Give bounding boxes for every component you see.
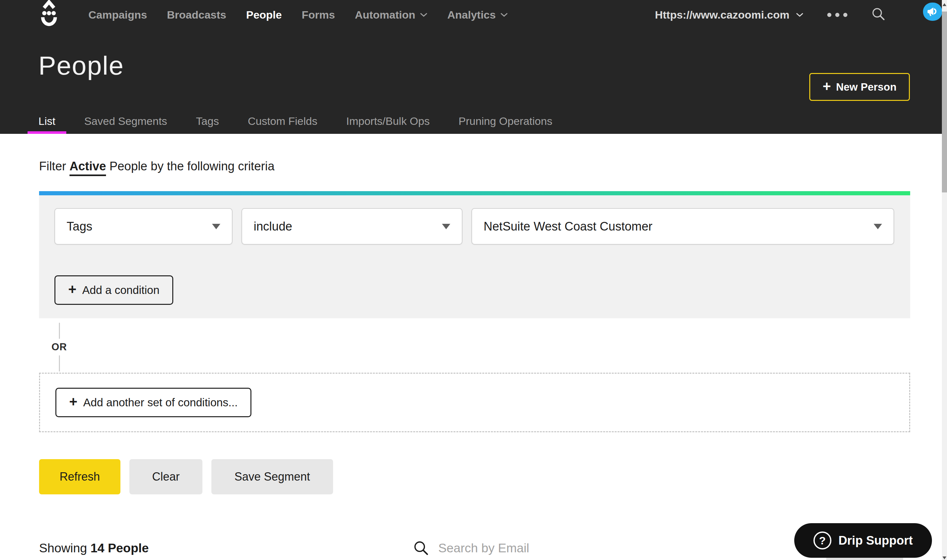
top-nav: Campaigns Broadcasts People Forms Automa… — [0, 0, 942, 29]
new-person-button[interactable]: + New Person — [809, 73, 910, 101]
page-title: People — [38, 51, 942, 81]
search-by-email-input[interactable] — [439, 541, 637, 555]
dropdown-caret-icon — [442, 224, 450, 229]
chevron-down-icon — [500, 12, 508, 17]
filter-sentence: Filter Active People by the following cr… — [39, 160, 947, 173]
add-condition-set-button[interactable]: + Add another set of conditions... — [55, 388, 251, 417]
field-dropdown[interactable]: Tags — [54, 208, 233, 245]
primary-nav: Campaigns Broadcasts People Forms Automa… — [88, 9, 508, 21]
more-menu-button[interactable] — [826, 9, 849, 20]
drip-logo-icon — [38, 0, 60, 29]
refresh-button[interactable]: Refresh — [39, 459, 120, 494]
app-header: Campaigns Broadcasts People Forms Automa… — [0, 0, 942, 134]
dropdown-caret-icon — [212, 224, 220, 229]
scrollbar-up-arrow[interactable] — [942, 3, 946, 6]
or-label: OR — [52, 341, 67, 353]
condition-row: Tags include NetSuite West Coast Custome… — [54, 208, 895, 245]
drip-logo[interactable] — [38, 0, 60, 28]
question-mark-icon: ? — [813, 531, 832, 549]
people-tabs: List Saved Segments Tags Custom Fields I… — [28, 108, 564, 134]
status-filter-dropdown[interactable]: Active — [69, 160, 106, 176]
results-summary: Showing 14 People — [39, 541, 149, 555]
search-icon — [871, 7, 886, 22]
tab-pruning-operations[interactable]: Pruning Operations — [448, 108, 564, 134]
scrollbar[interactable] — [942, 0, 947, 560]
nav-item-forms[interactable]: Forms — [302, 9, 335, 21]
plus-icon: + — [69, 395, 77, 409]
save-segment-button[interactable]: Save Segment — [211, 459, 333, 494]
panel-gradient-bar — [39, 191, 910, 195]
action-row: Refresh Clear Save Segment — [39, 459, 947, 494]
tab-imports-bulk-ops[interactable]: Imports/Bulk Ops — [335, 108, 441, 134]
operator-dropdown[interactable]: include — [242, 208, 462, 245]
plus-icon: + — [823, 79, 831, 94]
value-dropdown[interactable]: NetSuite West Coast Customer — [471, 208, 894, 245]
clear-button[interactable]: Clear — [129, 459, 202, 494]
search-button[interactable] — [871, 7, 886, 23]
nav-item-people[interactable]: People — [246, 9, 282, 21]
dropdown-caret-icon — [874, 224, 882, 229]
nav-item-analytics[interactable]: Analytics — [447, 9, 508, 21]
drip-support-button[interactable]: ? Drip Support — [794, 523, 932, 558]
tab-saved-segments[interactable]: Saved Segments — [73, 108, 178, 134]
nav-item-automation[interactable]: Automation — [355, 9, 428, 21]
plus-icon: + — [68, 282, 77, 297]
chevron-down-icon — [796, 12, 804, 17]
nav-right-cluster: Https://www.cazoomi.com — [655, 7, 886, 23]
search-icon — [413, 540, 430, 557]
add-condition-button[interactable]: + Add a condition — [54, 275, 173, 305]
tab-custom-fields[interactable]: Custom Fields — [237, 108, 328, 134]
scrollbar-thumb[interactable] — [942, 12, 947, 192]
scrollbar-down-arrow[interactable] — [942, 557, 946, 559]
tab-list[interactable]: List — [28, 108, 66, 134]
or-divider: OR — [48, 323, 71, 371]
tab-tags[interactable]: Tags — [185, 108, 230, 134]
chevron-down-icon — [420, 12, 428, 17]
nav-item-campaigns[interactable]: Campaigns — [88, 9, 147, 21]
email-search — [413, 540, 637, 557]
account-switcher[interactable]: Https://www.cazoomi.com — [655, 9, 804, 21]
condition-set-placeholder: + Add another set of conditions... — [39, 373, 910, 432]
ellipsis-icon — [827, 13, 832, 17]
notifications-badge[interactable] — [923, 3, 942, 21]
megaphone-icon — [927, 6, 939, 18]
nav-item-broadcasts[interactable]: Broadcasts — [167, 9, 226, 21]
condition-panel: Tags include NetSuite West Coast Custome… — [39, 191, 910, 318]
